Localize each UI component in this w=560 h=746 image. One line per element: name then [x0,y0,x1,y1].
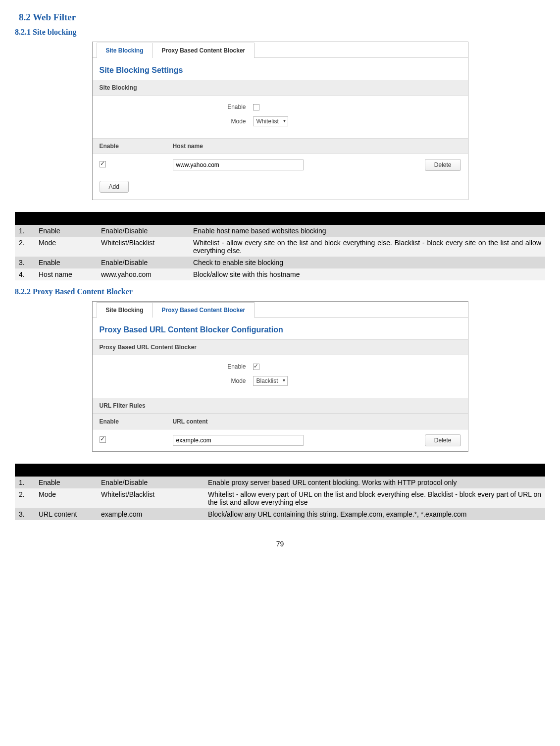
panel-title: Proxy Based URL Content Blocker Configur… [93,318,468,339]
table-proxy-blocker-params: 1.EnableEnable/DisableEnable proxy serve… [15,464,545,520]
table-row: 1.EnableEnable/DisableEnable host name b… [15,225,545,237]
heading-8-2-2: 8.2.2 Proxy Based Content Blocker [15,287,545,296]
table-row: 3.URL contentexample.comBlock/allow any … [15,508,545,520]
tab-site-blocking[interactable]: Site Blocking [97,43,153,58]
select-mode[interactable]: Blacklist [253,376,288,386]
url-row: example.com Delete [93,429,468,451]
tabbar: Site Blocking Proxy Based Content Blocke… [93,42,468,58]
select-mode[interactable]: Whitelist [253,116,288,126]
label-enable: Enable [100,363,253,370]
heading-8-2: 8.2 Web Filter [19,12,545,23]
section-proxy-blocker: Proxy Based URL Content Blocker [93,339,468,355]
table-row: 1.EnableEnable/DisableEnable proxy serve… [15,477,545,488]
screenshot-proxy-blocker: Site Blocking Proxy Based Content Blocke… [92,301,468,452]
checkbox-row-enable[interactable] [100,161,106,167]
host-row: www.yahoo.com Delete [93,154,468,176]
input-hostname[interactable]: www.yahoo.com [173,160,304,170]
tabbar: Site Blocking Proxy Based Content Blocke… [93,302,468,318]
label-enable: Enable [100,104,253,110]
col-hostname: Host name [166,139,468,154]
section-url-filter-rules: URL Filter Rules [93,398,468,414]
page-number: 79 [15,540,545,548]
label-mode: Mode [100,377,253,384]
tab-proxy-blocker[interactable]: Proxy Based Content Blocker [153,43,255,58]
add-button[interactable]: Add [100,181,129,193]
section-site-blocking: Site Blocking [93,80,468,96]
col-enable: Enable [93,414,166,429]
col-enable: Enable [93,139,166,154]
checkbox-row-enable[interactable] [100,436,106,443]
table-row: 3.EnableEnable/DisableCheck to enable si… [15,257,545,268]
panel-title: Site Blocking Settings [93,58,468,80]
table-site-blocking-params: 1.EnableEnable/DisableEnable host name b… [15,212,545,280]
checkbox-enable[interactable] [253,364,259,370]
table-row: 2.ModeWhitelist/BlacklistWhitelist - all… [15,488,545,508]
col-url-content: URL content [166,414,468,429]
input-url-content[interactable]: example.com [173,435,304,446]
screenshot-site-blocking: Site Blocking Proxy Based Content Blocke… [92,42,468,200]
tab-site-blocking[interactable]: Site Blocking [97,302,153,318]
table-row: 2.ModeWhitelist/BlacklistWhitelist - all… [15,237,545,257]
heading-8-2-1: 8.2.1 Site blocking [15,28,545,37]
delete-button[interactable]: Delete [425,434,461,446]
delete-button[interactable]: Delete [425,159,461,171]
table-row: 4.Host namewww.yahoo.comBlock/allow site… [15,268,545,280]
label-mode: Mode [100,118,253,125]
checkbox-enable[interactable] [253,104,259,110]
tab-proxy-blocker[interactable]: Proxy Based Content Blocker [153,302,255,318]
